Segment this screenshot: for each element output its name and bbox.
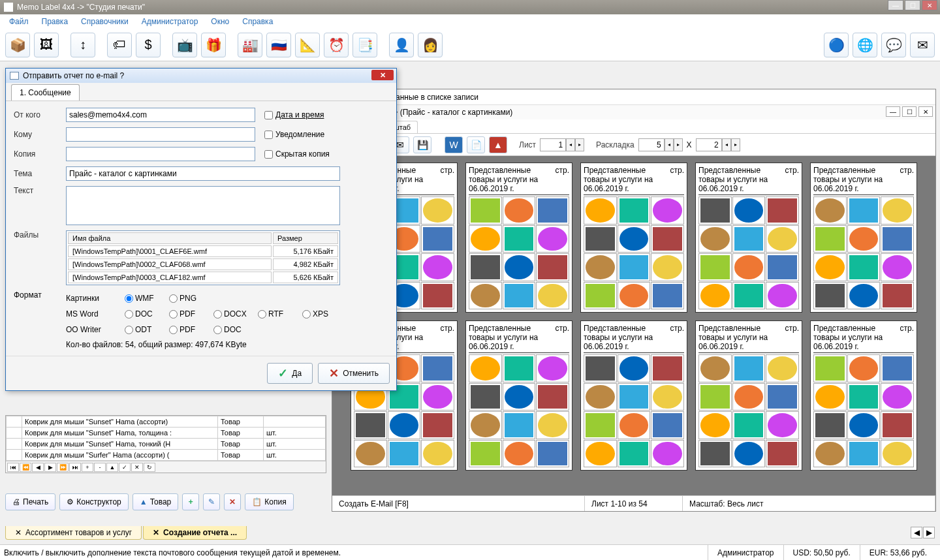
radio-xps[interactable]: XPS — [302, 309, 347, 319]
nav-edit-button[interactable]: ▲ — [106, 463, 118, 472]
menu-edit[interactable]: Правка — [35, 15, 75, 28]
nav-prev-button[interactable]: ◀ — [32, 463, 44, 472]
tab-message[interactable]: 1. Сообщение — [11, 84, 80, 101]
dollar-icon[interactable]: $ — [136, 33, 161, 57]
clock-icon[interactable]: ⏰ — [324, 33, 349, 57]
notify-checkbox[interactable]: Уведомление — [264, 130, 324, 139]
preview-minimize-button[interactable]: — — [886, 106, 900, 117]
list-icon[interactable]: 📑 — [352, 33, 377, 57]
file-row[interactable]: [WindowsTempPath]\0001_CLAEF6E.wmf5,176 … — [68, 245, 338, 257]
globe-icon[interactable]: 🌐 — [853, 33, 877, 57]
nav-add-button[interactable]: + — [82, 463, 93, 472]
user-icon[interactable]: 👤 — [389, 33, 414, 57]
sort-icon[interactable]: ↕ — [70, 33, 95, 57]
subject-input[interactable] — [66, 166, 340, 181]
table-row[interactable]: Коврик для мыши "Sunset" Hama, тонкий (H… — [7, 439, 326, 450]
radio-doc[interactable]: DOC — [125, 309, 169, 319]
image-icon[interactable]: 🖼 — [34, 33, 59, 57]
doctab-products[interactable]: ✕Ассортимент товаров и услуг — [5, 526, 142, 540]
table-row[interactable]: Коврик для мыши "Sunset" Hama (ассорти)Т… — [7, 416, 326, 428]
preview-close-button[interactable]: ✕ — [918, 106, 933, 117]
designer-button[interactable]: ⚙Конструктор — [59, 493, 128, 510]
dialog-titlebar[interactable]: Отправить отчет по e-mail ? ✕ — [6, 69, 396, 83]
cancel-button[interactable]: ✕Отменить — [318, 363, 390, 384]
tabs-left-button[interactable]: ◀ — [911, 527, 922, 538]
preview-page[interactable]: Представленные товары и услуги на 06.06.… — [810, 163, 917, 313]
cols-dec-button[interactable]: ◂ — [665, 138, 674, 151]
radio-pdf[interactable]: PDF — [169, 309, 213, 319]
nav-post-button[interactable]: ✓ — [119, 463, 131, 472]
rows-dec-button[interactable]: ◂ — [722, 138, 731, 151]
cols-inc-button[interactable]: ▸ — [674, 138, 683, 151]
doctab-report[interactable]: ✕Создание отчета ... — [143, 526, 247, 540]
user2-icon[interactable]: 👩 — [418, 33, 443, 57]
menu-help[interactable]: Справка — [236, 15, 279, 28]
preview-page[interactable]: Представленные товары и услуги на 06.06.… — [695, 320, 802, 471]
word-icon[interactable]: W — [445, 136, 463, 153]
radio-odt[interactable]: ODT — [125, 325, 169, 334]
save-icon[interactable]: 💾 — [413, 136, 431, 153]
preview-canvas[interactable]: Представленные товары и услуги на 06.06.… — [332, 156, 935, 495]
radio-wmf[interactable]: WMF — [125, 294, 169, 303]
preview-page[interactable]: Представленные товары и услуги на 06.06.… — [465, 163, 572, 313]
file-row[interactable]: [WindowsTempPath]\0003_CLAF182.wmf5,626 … — [68, 272, 338, 283]
preview-page[interactable]: Представленные товары и услуги на 06.06.… — [580, 163, 687, 313]
rows-input[interactable] — [696, 138, 722, 151]
chat-icon[interactable]: 💬 — [881, 33, 906, 57]
x-icon[interactable]: ✕ — [15, 528, 22, 537]
sheet-next-button[interactable]: ▸ — [575, 138, 584, 151]
cc-input[interactable] — [66, 147, 255, 161]
maximize-button[interactable]: ☐ — [905, 0, 920, 10]
box-icon[interactable]: 📦 — [5, 33, 30, 57]
sheet-input[interactable] — [540, 138, 566, 151]
flag-icon[interactable]: 🇷🇺 — [266, 33, 291, 57]
nav-prev-page-button[interactable]: ⏪ — [20, 463, 31, 472]
col-filename[interactable]: Имя файла — [68, 232, 272, 244]
doc-icon[interactable]: 📄 — [467, 136, 485, 153]
col-size[interactable]: Размер — [273, 232, 338, 244]
print-button[interactable]: 🖨Печать — [5, 493, 55, 510]
radio-doc2[interactable]: DOC — [213, 325, 258, 334]
nav-last-button[interactable]: ⏭ — [69, 463, 81, 472]
bcc-checkbox[interactable]: Скрытая копия — [264, 149, 330, 159]
file-row[interactable]: [WindowsTempPath]\0002_CLAF068.wmf4,982 … — [68, 258, 338, 270]
dialog-close-button[interactable]: ✕ — [371, 70, 394, 80]
radio-pdf2[interactable]: PDF — [169, 325, 213, 334]
nav-next-page-button[interactable]: ⏩ — [57, 463, 69, 472]
item-button[interactable]: ▲Товар — [133, 493, 179, 510]
rows-inc-button[interactable]: ▸ — [731, 138, 740, 151]
nav-del-button[interactable]: - — [94, 463, 106, 472]
minimize-button[interactable]: — — [888, 0, 903, 10]
tv-icon[interactable]: 📺 — [172, 33, 197, 57]
radio-docx[interactable]: DOCX — [213, 309, 258, 319]
tabs-right-button[interactable]: ▶ — [923, 527, 935, 538]
pdf-icon[interactable]: ▲ — [489, 136, 507, 153]
radio-png[interactable]: PNG — [169, 294, 213, 303]
table-row[interactable]: Коврик для мыши "Surfer" Hama (ассорти) … — [7, 450, 326, 461]
menu-refs[interactable]: Справочники — [74, 15, 135, 28]
nav-cancel-button[interactable]: ✕ — [131, 463, 143, 472]
delete-button[interactable]: ✕ — [224, 493, 241, 510]
preview-page[interactable]: Представленные товары и услуги на 06.06.… — [695, 163, 802, 313]
from-input[interactable] — [66, 108, 255, 122]
factory-icon[interactable]: 🏭 — [238, 33, 262, 57]
product-grid[interactable]: Коврик для мыши "Sunset" Hama (ассорти)Т… — [5, 415, 326, 473]
stamp-icon[interactable]: 🔵 — [824, 33, 849, 57]
edit-button[interactable]: ✎ — [203, 493, 220, 510]
menu-window[interactable]: Окно — [204, 15, 236, 28]
nav-next-button[interactable]: ▶ — [44, 463, 56, 472]
menu-admin[interactable]: Администратор — [135, 15, 205, 28]
datetime-checkbox[interactable]: Дата и время — [264, 110, 324, 119]
preview-maximize-button[interactable]: ☐ — [902, 106, 916, 117]
files-table[interactable]: Имя файла Размер [WindowsTempPath]\0001_… — [66, 230, 340, 285]
radio-rtf[interactable]: RTF — [258, 309, 302, 319]
nav-refresh-button[interactable]: ↻ — [144, 463, 155, 472]
to-input[interactable] — [66, 127, 255, 142]
sheet-prev-button[interactable]: ◂ — [566, 138, 575, 151]
x-icon[interactable]: ✕ — [153, 528, 159, 537]
preview-page[interactable]: Представленные товары и услуги на 06.06.… — [465, 320, 572, 471]
mail-icon[interactable]: ✉ — [910, 33, 935, 57]
body-textarea[interactable] — [66, 186, 340, 225]
add-button[interactable]: + — [182, 493, 199, 510]
ok-button[interactable]: ✓Да — [267, 363, 313, 384]
